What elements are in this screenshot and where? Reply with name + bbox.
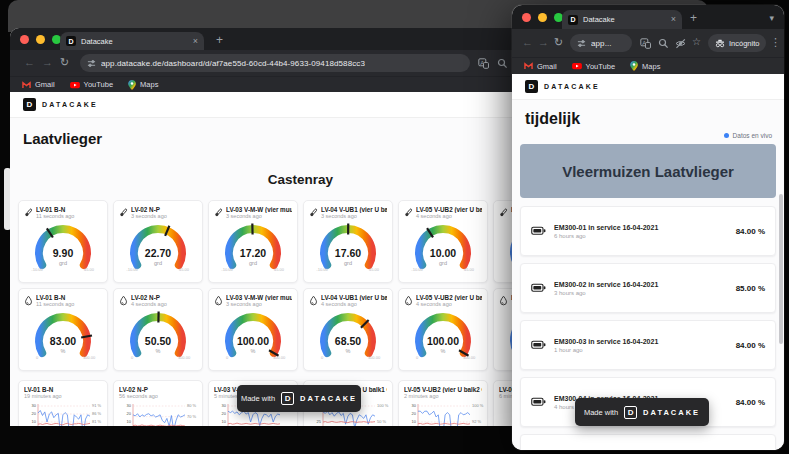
bookmark-maps[interactable]: Maps — [128, 80, 158, 90]
site-settings-icon[interactable] — [577, 39, 586, 48]
card-timestamp: 4 seconds ago — [321, 301, 387, 307]
card-title: LV-03 V-M-W (vier muurwest) — [226, 206, 292, 213]
card-timestamp: 4 seconds ago — [131, 301, 167, 307]
scrollbar[interactable] — [779, 194, 783, 344]
close-tab-icon[interactable]: × — [671, 15, 676, 24]
timeseries-chart: 100 %92 %84 %3020100-1030/10/20249/11/20… — [404, 400, 484, 426]
address-bar[interactable]: app... — [570, 34, 632, 52]
device-value: 84.00 % — [736, 227, 765, 236]
bookmark-youtube[interactable]: YouTube — [70, 80, 113, 89]
url-text: app... — [591, 39, 612, 48]
minimize-window-button[interactable] — [538, 13, 547, 22]
card-title: LV-05 V-UB2 (vier U balk2 O-Z) — [404, 386, 482, 393]
svg-text:81 %: 81 % — [92, 419, 102, 424]
svg-text:91 %: 91 % — [92, 403, 102, 408]
chart-card: LV-01 B-N 19 minutes ago 91 %86 %81 %76 … — [18, 380, 108, 426]
humidity-gauge-row: LV-01 B-N 11 seconds ago 83.00 % 0 100.0… — [18, 288, 583, 371]
temperature-gauge-row: LV-01 B-N 11 seconds ago 9.90 grd -10.00… — [18, 200, 583, 283]
timeseries-chart: 91 %86 %81 %76 %71 %3020100-1030/10/2024… — [24, 400, 104, 426]
device-value: 85.00 % — [736, 284, 765, 293]
card-title: LV-01 B-N — [36, 294, 74, 301]
close-window-button[interactable] — [20, 35, 29, 44]
svg-text:50 %: 50 % — [377, 419, 387, 424]
bookmark-gmail[interactable]: Gmail — [22, 80, 55, 89]
device-timestamp: 3 hours ago — [554, 290, 728, 296]
gauge-min-label: 0 — [321, 355, 324, 360]
bookmark-gmail[interactable]: Gmail — [524, 62, 557, 71]
chart-card: LV-02 N-P 56 seconds ago 80 %70 %60 %50 … — [113, 380, 203, 426]
site-settings-icon[interactable] — [87, 59, 96, 68]
zoom-icon[interactable] — [497, 58, 508, 69]
device-list-item[interactable]: EM300-03 in service 16-04-2021 1 hour ag… — [520, 320, 776, 370]
made-with-datacake-badge[interactable]: Made with D DATACAKE — [575, 398, 709, 426]
gauge: 100.00 % 0 100.00 — [216, 308, 290, 362]
bookmark-maps[interactable]: Maps — [630, 61, 660, 71]
humidity-icon — [119, 295, 128, 306]
card-timestamp: 4 seconds ago — [416, 213, 482, 219]
device-list-item[interactable]: EM300-01 in service 16-04-2021 6 hours a… — [520, 206, 776, 256]
translate-icon[interactable]: A — [478, 58, 489, 69]
gauge: 22.70 grd -10.00 45.00 — [121, 220, 195, 274]
tab-search-chevron-icon[interactable]: ▾ — [769, 13, 774, 23]
humidity-icon — [214, 295, 223, 306]
gauge-min-label: 0 — [416, 355, 419, 360]
minimize-window-button[interactable] — [36, 35, 45, 44]
gauge-min-label: -10.00 — [31, 267, 43, 272]
gauge-value: 50.50 — [145, 335, 171, 347]
card-title: LV-05 V-UB2 (vier U balk2 O-Z) — [416, 206, 482, 213]
gauge-max-label: 45.00 — [369, 267, 380, 272]
zoom-icon[interactable] — [658, 38, 669, 49]
menu-icon[interactable]: ⋮ — [770, 37, 781, 48]
browser-tab[interactable]: D Datacake × — [60, 32, 204, 50]
datacake-logo[interactable]: D — [23, 98, 36, 111]
tab-title: Datacake — [583, 15, 666, 24]
close-window-button[interactable] — [522, 13, 531, 22]
tab-title: Datacake — [81, 37, 188, 46]
bookmark-youtube[interactable]: YouTube — [572, 62, 615, 71]
card-title: LV-04 V-UB1 (vier U balk1 O-N) — [321, 206, 387, 213]
made-with-datacake-badge[interactable]: Made with D DATACAKE — [237, 385, 361, 412]
datacake-favicon: D — [66, 36, 76, 46]
device-list-item[interactable]: EM300-05 in service 16-04-2021 4 hours a… — [520, 434, 776, 450]
gauge-min-label: 0 — [226, 355, 229, 360]
gauge-min-label: -10.00 — [126, 267, 138, 272]
back-icon[interactable]: ← — [522, 37, 533, 48]
desktop: D Datacake × + ← → ↻ app.datacake.de/das… — [0, 0, 789, 454]
back-icon[interactable]: ← — [24, 57, 35, 68]
dashboard-banner[interactable]: Vleermuizen Laatvlieger — [520, 144, 776, 198]
browser-tab[interactable]: D Datacake × — [562, 10, 682, 29]
new-tab-button[interactable]: + — [216, 33, 223, 47]
svg-text:20: 20 — [222, 411, 227, 416]
youtube-icon — [70, 81, 80, 89]
close-tab-icon[interactable]: × — [193, 37, 198, 46]
card-timestamp: 3 seconds ago — [321, 213, 387, 219]
gauge-unit: grd — [439, 260, 447, 266]
page-title: Laatvlieger — [23, 130, 102, 147]
gauge-card: LV-03 V-M-W (vier muurwest) 3 seconds ag… — [208, 288, 298, 371]
eye-off-icon[interactable] — [675, 38, 686, 49]
gauge-unit: grd — [154, 260, 162, 266]
forward-icon[interactable]: → — [538, 37, 549, 48]
device-value: 84.00 % — [736, 398, 765, 407]
gauge-value: 22.70 — [145, 247, 171, 259]
card-timestamp: 11 seconds ago — [36, 213, 74, 219]
reload-icon[interactable]: ↻ — [60, 57, 69, 68]
device-timestamp: 1 hour ago — [554, 347, 728, 353]
device-list-item[interactable]: EM300-02 in service 16-04-2021 3 hours a… — [520, 263, 776, 313]
browser-window-front: D Datacake × + ▾ ← → ↻ app... — [512, 5, 784, 450]
section-title: Castenray — [18, 172, 583, 187]
gauge-value: 17.20 — [240, 247, 266, 259]
card-title: LV-04 V-UB1 (vier U balk1 O-N) — [321, 294, 387, 301]
reload-icon[interactable]: ↻ — [554, 37, 563, 48]
gauge-unit: % — [251, 348, 256, 354]
new-tab-button[interactable]: + — [690, 11, 697, 25]
translate-icon[interactable]: A — [640, 38, 651, 49]
datacake-logo[interactable]: D — [525, 80, 538, 93]
gauge-value: 100.00 — [237, 335, 269, 347]
card-timestamp: 2 minutes ago — [404, 393, 482, 399]
gauge: 50.50 % 0 100.00 — [121, 308, 195, 362]
gauge-max-label: 100.00 — [368, 355, 381, 360]
address-bar[interactable]: app.datacake.de/dashboard/d/af7ae55d-60c… — [80, 54, 470, 72]
bookmark-star-icon[interactable]: ☆ — [692, 37, 701, 47]
forward-icon[interactable]: → — [42, 57, 53, 68]
